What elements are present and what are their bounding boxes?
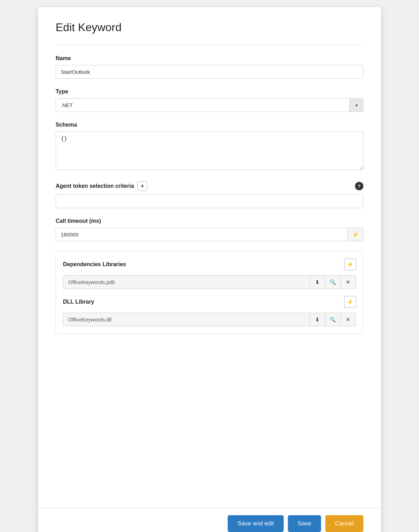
schema-field-group: Schema {}	[56, 122, 363, 171]
dep-pdb-filename: OfficeKeywords.pdb	[63, 275, 310, 289]
name-label: Name	[56, 55, 363, 62]
dependencies-section: Dependencies Libraries ⚡ OfficeKeywords.…	[56, 251, 363, 334]
lightning-icon-dll: ⚡	[347, 299, 354, 305]
call-timeout-group: Call timeout (ms) ⚡	[56, 218, 363, 241]
modal-footer: Save and edit Save Cancel	[38, 508, 381, 532]
dep-libraries-title: Dependencies Libraries	[63, 261, 126, 268]
type-field-group: Type .NET Java Python JavaScript ▾	[56, 88, 363, 112]
save-and-edit-button[interactable]: Save and edit	[228, 515, 284, 532]
agent-token-input[interactable]	[56, 194, 363, 208]
name-input[interactable]	[56, 65, 363, 79]
cancel-button[interactable]: Cancel	[325, 515, 363, 532]
type-label: Type	[56, 88, 363, 95]
download-icon-dll: ⬇	[315, 317, 320, 323]
dep-file-row: OfficeKeywords.pdb ⬇ 🔍 ✕	[63, 275, 356, 289]
dll-download-button[interactable]: ⬇	[310, 313, 325, 326]
type-select-wrapper: .NET Java Python JavaScript ▾	[56, 98, 363, 112]
dll-library-group: DLL Library ⚡ OfficeKeywords.dll ⬇ 🔍 ✕	[63, 296, 356, 326]
agent-token-label-row: Agent token selection criteria + ?	[56, 181, 363, 191]
modal-body: Edit Keyword Name Type .NET Java Python …	[38, 7, 381, 508]
call-timeout-input[interactable]	[56, 228, 347, 241]
dll-file-row: OfficeKeywords.dll ⬇ 🔍 ✕	[63, 313, 356, 326]
dep-libraries-lightning-button[interactable]: ⚡	[344, 258, 356, 270]
search-icon: 🔍	[329, 279, 336, 285]
lightning-icon-dep: ⚡	[347, 261, 354, 268]
dep-download-button[interactable]: ⬇	[310, 275, 325, 289]
modal-title: Edit Keyword	[56, 21, 363, 34]
save-button[interactable]: Save	[288, 515, 321, 532]
type-select[interactable]: .NET Java Python JavaScript	[56, 98, 363, 112]
agent-token-label: Agent token selection criteria	[56, 183, 134, 189]
dep-search-button[interactable]: 🔍	[325, 275, 341, 289]
dep-libraries-group: Dependencies Libraries ⚡ OfficeKeywords.…	[63, 258, 356, 289]
close-icon: ✕	[346, 279, 350, 285]
lightning-icon: ⚡	[352, 231, 359, 238]
help-icon[interactable]: ?	[355, 182, 363, 190]
schema-label: Schema	[56, 122, 363, 128]
edit-keyword-modal: Edit Keyword Name Type .NET Java Python …	[38, 7, 381, 532]
download-icon: ⬇	[315, 279, 320, 285]
call-timeout-lightning-button[interactable]: ⚡	[347, 228, 363, 241]
dll-filename: OfficeKeywords.dll	[63, 313, 310, 326]
dll-search-button[interactable]: 🔍	[325, 313, 341, 326]
dll-library-header: DLL Library ⚡	[63, 296, 356, 308]
name-field-group: Name	[56, 55, 363, 79]
dll-remove-button[interactable]: ✕	[341, 313, 356, 326]
title-divider	[56, 44, 363, 45]
dep-libraries-header: Dependencies Libraries ⚡	[63, 258, 356, 270]
search-icon-dll: 🔍	[329, 317, 336, 323]
close-icon-dll: ✕	[346, 317, 350, 323]
schema-textarea[interactable]: {}	[56, 132, 363, 170]
call-timeout-label: Call timeout (ms)	[56, 218, 363, 224]
plus-icon: +	[141, 183, 144, 189]
dll-lightning-button[interactable]: ⚡	[344, 296, 356, 308]
add-agent-token-button[interactable]: +	[137, 181, 147, 191]
dep-remove-button[interactable]: ✕	[341, 275, 356, 289]
agent-token-group: Agent token selection criteria + ?	[56, 181, 363, 208]
call-timeout-input-wrapper: ⚡	[56, 228, 363, 241]
dll-library-title: DLL Library	[63, 299, 94, 305]
